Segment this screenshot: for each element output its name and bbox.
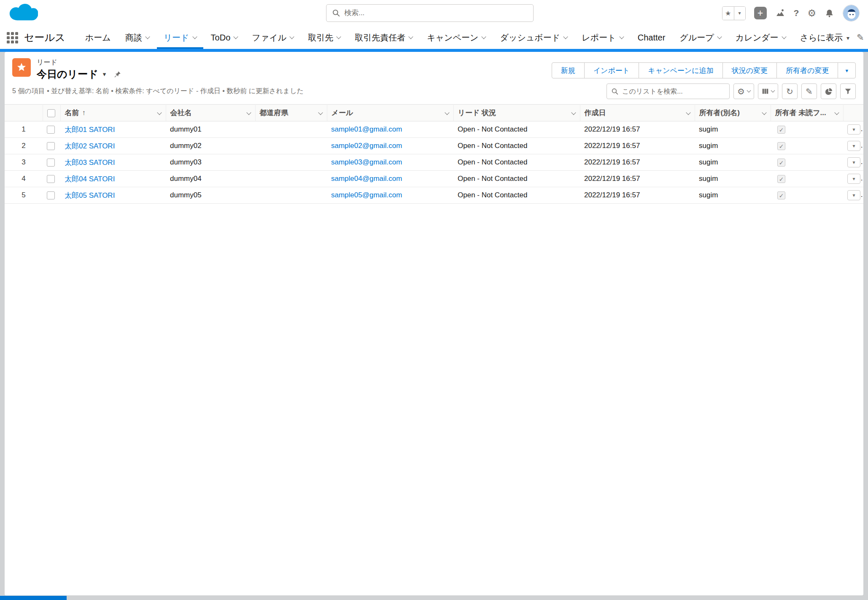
- caret-down-icon[interactable]: ▾: [103, 70, 106, 78]
- tab-files[interactable]: ファイル: [245, 26, 301, 49]
- change-owner-button[interactable]: 所有者の変更: [776, 62, 838, 78]
- row-select-checkbox[interactable]: [47, 191, 55, 199]
- lead-name-link[interactable]: 太郎04 SATORI: [65, 175, 115, 183]
- tab-more[interactable]: さらに表示▾: [793, 26, 857, 49]
- row-actions-button[interactable]: ▾: [847, 174, 860, 184]
- column-header-status[interactable]: リード 状況: [453, 105, 580, 121]
- column-header-email[interactable]: メール: [327, 105, 453, 121]
- chevron-down-icon[interactable]: [686, 110, 690, 115]
- chevron-down-icon[interactable]: [482, 34, 486, 39]
- import-button[interactable]: インポート: [584, 62, 639, 78]
- email-link[interactable]: sample04@gmail.com: [331, 175, 402, 183]
- chevron-down-icon[interactable]: [762, 110, 766, 115]
- tab-label: ファイル: [252, 32, 286, 43]
- chevron-down-icon[interactable]: [571, 110, 576, 115]
- chevron-down-icon[interactable]: [834, 110, 839, 115]
- lead-name-link[interactable]: 太郎05 SATORI: [65, 191, 115, 199]
- chevron-down-icon[interactable]: [289, 34, 294, 39]
- chevron-down-icon[interactable]: [563, 34, 568, 39]
- row-select-checkbox[interactable]: [47, 159, 55, 167]
- lead-name-link[interactable]: 太郎03 SATORI: [65, 159, 115, 167]
- tab-chatter[interactable]: Chatter: [631, 26, 673, 49]
- chevron-down-icon[interactable]: [145, 34, 150, 39]
- tab-dashboards[interactable]: ダッシュボード: [493, 26, 574, 49]
- email-link[interactable]: sample03@gmail.com: [331, 158, 402, 166]
- setup-button[interactable]: ⚙: [807, 8, 816, 19]
- tab-groups[interactable]: グループ: [672, 26, 728, 49]
- column-header-name[interactable]: 名前↑: [60, 105, 166, 121]
- chevron-down-icon[interactable]: [318, 110, 323, 115]
- row-actions-button[interactable]: ▾: [847, 124, 860, 135]
- tab-leads[interactable]: リード: [156, 26, 204, 49]
- chevron-down-icon[interactable]: [336, 34, 341, 39]
- user-avatar[interactable]: [843, 5, 860, 22]
- tab-todo[interactable]: ToDo: [204, 26, 245, 49]
- nav-edit-pencil-icon[interactable]: ✎: [857, 32, 864, 43]
- lead-name-link[interactable]: 太郎02 SATORI: [65, 142, 115, 150]
- row-select-checkbox[interactable]: [47, 142, 55, 150]
- email-link[interactable]: sample02@gmail.com: [331, 142, 402, 150]
- display-as-button[interactable]: [758, 83, 778, 99]
- refresh-button[interactable]: ↻: [782, 83, 798, 99]
- created-cell: 2022/12/19 16:57: [580, 121, 695, 138]
- add-to-campaign-button[interactable]: キャンペーンに追加: [639, 62, 722, 78]
- list-view-selector[interactable]: 今日のリード ▾: [37, 67, 121, 81]
- app-launcher-icon[interactable]: [7, 30, 18, 45]
- notifications-button[interactable]: [825, 8, 834, 18]
- list-search-input[interactable]: [622, 88, 725, 95]
- chevron-down-icon[interactable]: [246, 110, 251, 115]
- favorites-caret-button[interactable]: ▾: [734, 7, 745, 20]
- pin-list-view-button[interactable]: [114, 71, 121, 78]
- global-search: [326, 4, 534, 22]
- more-actions-button[interactable]: ▾: [838, 62, 856, 78]
- email-link[interactable]: sample01@gmail.com: [331, 125, 402, 133]
- help-button[interactable]: ?: [794, 8, 799, 18]
- owner-cell: sugim: [695, 138, 771, 154]
- tab-home[interactable]: ホーム: [78, 26, 118, 49]
- global-search-input[interactable]: [344, 9, 527, 17]
- tab-contacts[interactable]: 取引先責任者: [348, 26, 420, 49]
- table-icon: [762, 88, 769, 95]
- tab-calendar[interactable]: カレンダー: [728, 26, 793, 49]
- row-select-checkbox[interactable]: [47, 175, 55, 183]
- column-header-owner[interactable]: 所有者(別名): [695, 105, 771, 121]
- chevron-down-icon[interactable]: [782, 34, 786, 39]
- unread-cell: ✓: [771, 154, 843, 171]
- chevron-down-icon[interactable]: [234, 34, 238, 39]
- column-header-company[interactable]: 会社名: [166, 105, 255, 121]
- chevron-down-icon[interactable]: [717, 34, 722, 39]
- change-status-button[interactable]: 状況の変更: [722, 62, 777, 78]
- filter-button[interactable]: [840, 83, 856, 99]
- tab-accounts[interactable]: 取引先: [301, 26, 348, 49]
- quick-create-button[interactable]: +: [754, 7, 767, 19]
- list-view-header: リード 今日のリード ▾ 新規 インポート キャンペーンに追加 状況の変更 所有…: [5, 52, 863, 83]
- page-background: リード 今日のリード ▾ 新規 インポート キャンペーンに追加 状況の変更 所有…: [0, 52, 868, 600]
- inline-edit-button[interactable]: ✎: [801, 83, 817, 99]
- chevron-down-icon[interactable]: [192, 34, 197, 39]
- column-header-unread[interactable]: 所有者 未読フ...: [771, 105, 843, 121]
- new-button[interactable]: 新規: [552, 62, 585, 78]
- select-all-checkbox[interactable]: [47, 109, 55, 117]
- cloud-icon: [8, 3, 38, 23]
- row-actions-button[interactable]: ▾: [847, 141, 860, 151]
- row-select-checkbox[interactable]: [47, 126, 55, 134]
- column-header-prefecture[interactable]: 都道府県: [255, 105, 327, 121]
- chevron-down-icon[interactable]: [408, 34, 413, 39]
- tab-label: リード: [164, 32, 189, 43]
- lead-name-link[interactable]: 太郎01 SATORI: [65, 126, 115, 134]
- chevron-down-icon[interactable]: [445, 110, 449, 115]
- chevron-down-icon[interactable]: [619, 34, 624, 39]
- tab-campaigns[interactable]: キャンペーン: [420, 26, 493, 49]
- utility-bar-item[interactable]: [0, 596, 67, 600]
- favorites-star-icon[interactable]: ★: [722, 7, 734, 20]
- tab-opportunities[interactable]: 商談: [118, 26, 156, 49]
- list-settings-button[interactable]: ⚙: [733, 83, 754, 99]
- column-header-created[interactable]: 作成日: [580, 105, 695, 121]
- chevron-down-icon[interactable]: [157, 110, 162, 115]
- row-actions-button[interactable]: ▾: [847, 157, 860, 167]
- charts-button[interactable]: [821, 83, 836, 99]
- guidance-center-button[interactable]: [775, 8, 785, 18]
- row-actions-button[interactable]: ▾: [847, 190, 860, 200]
- tab-reports[interactable]: レポート: [574, 26, 630, 49]
- email-link[interactable]: sample05@gmail.com: [331, 191, 402, 199]
